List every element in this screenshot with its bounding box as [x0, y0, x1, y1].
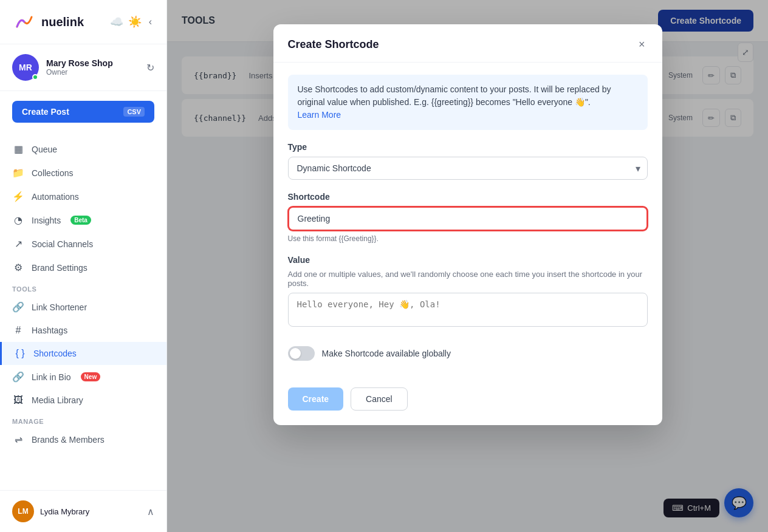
logo: nuelink: [12, 10, 84, 34]
value-textarea[interactable]: [288, 293, 648, 327]
link2-icon: 🔗: [12, 371, 24, 383]
user-role: Owner: [46, 68, 139, 77]
footer-avatar-img: LM: [18, 507, 28, 516]
modal-overlay[interactable]: Create Shortcode × Use Shortcodes to add…: [167, 0, 768, 532]
toggle-label: Make Shortcode available globally: [322, 349, 451, 358]
nav-section: ▦ Queue 📁 Collections ⚡ Automations ◔ In…: [0, 132, 166, 490]
user-name: Mary Rose Shop: [46, 58, 139, 68]
sidebar-footer: LM Lydia Mybrary ∧: [0, 490, 166, 532]
sidebar-header: nuelink ☁️ ☀️ ‹: [0, 0, 166, 44]
sidebar-item-brand-settings-label: Brand Settings: [32, 263, 87, 273]
zap-icon: ⚡: [12, 191, 24, 202]
csv-badge: CSV: [123, 107, 145, 117]
sidebar-item-link-shortener-label: Link Shortener: [32, 302, 87, 312]
shortcode-field-group: Shortcode Use this format {{Greeting}}.: [288, 192, 648, 243]
new-badge: New: [81, 372, 101, 381]
cloud-icon: ☁️: [110, 15, 123, 29]
online-indicator: [32, 74, 38, 80]
create-button[interactable]: Create: [288, 387, 344, 411]
sidebar-item-media-library-label: Media Library: [32, 395, 83, 405]
type-select[interactable]: Dynamic Shortcode Static Shortcode: [288, 157, 648, 180]
users-icon: ⇌: [12, 434, 24, 445]
logo-text: nuelink: [41, 15, 84, 29]
sidebar-item-shortcodes-label: Shortcodes: [33, 349, 77, 358]
share-icon: ↗: [12, 238, 24, 250]
sidebar-item-shortcodes[interactable]: { } Shortcodes: [0, 342, 166, 365]
link-icon: 🔗: [12, 301, 24, 313]
sidebar-item-insights-label: Insights: [32, 216, 61, 225]
main-content: TOOLS Create Shortcode {{brand}} Inserts…: [167, 0, 768, 532]
cancel-button[interactable]: Cancel: [351, 387, 408, 411]
folder-icon: 📁: [12, 167, 24, 179]
logo-icon: [12, 10, 36, 34]
insights-icon: ◔: [12, 214, 24, 226]
image-icon: 🖼: [12, 395, 24, 406]
sidebar-item-collections-label: Collections: [32, 168, 73, 178]
modal-body: Use Shortcodes to add custom/dynamic con…: [273, 63, 662, 378]
learn-more-link[interactable]: Learn More: [298, 110, 341, 120]
sidebar-item-automations-label: Automations: [32, 192, 79, 202]
global-toggle[interactable]: [288, 346, 315, 361]
beta-badge: Beta: [70, 216, 91, 225]
sidebar-item-hashtags-label: Hashtags: [32, 326, 67, 335]
sidebar-item-queue-label: Queue: [32, 145, 57, 154]
sidebar-item-link-in-bio-label: Link in Bio: [32, 372, 71, 382]
settings-icon: ⚙: [12, 262, 24, 273]
sidebar-item-link-in-bio[interactable]: 🔗 Link in Bio New: [0, 365, 166, 389]
footer-user-name: Lydia Mybrary: [40, 507, 89, 516]
sidebar-item-collections[interactable]: 📁 Collections: [0, 161, 166, 185]
sidebar-item-insights[interactable]: ◔ Insights Beta: [0, 208, 166, 232]
avatar: MR: [12, 54, 39, 81]
refresh-button[interactable]: ↻: [146, 62, 154, 73]
code-icon: { }: [14, 348, 26, 359]
calendar-icon: ▦: [12, 143, 24, 155]
create-post-button[interactable]: Create Post CSV: [12, 101, 154, 123]
value-label: Value: [288, 255, 648, 265]
value-field-group: Value Add one or multiple values, and we…: [288, 255, 648, 329]
sidebar-item-brand-settings[interactable]: ⚙ Brand Settings: [0, 256, 166, 279]
info-text: Use Shortcodes to add custom/dynamic con…: [298, 84, 611, 107]
format-hint: Use this format {{Greeting}}.: [288, 234, 648, 243]
modal-footer: Create Cancel: [273, 378, 662, 425]
footer-avatar: LM: [12, 500, 34, 522]
sidebar-item-media-library[interactable]: 🖼 Media Library: [0, 389, 166, 412]
shortcode-label: Shortcode: [288, 192, 648, 202]
footer-user: LM Lydia Mybrary: [12, 500, 89, 522]
sidebar: nuelink ☁️ ☀️ ‹ MR Mary Rose Shop Owner …: [0, 0, 167, 532]
modal-header: Create Shortcode ×: [273, 24, 662, 63]
modal-close-button[interactable]: ×: [636, 36, 648, 52]
hash-icon: #: [12, 325, 24, 336]
shortcode-input[interactable]: [288, 206, 648, 231]
sidebar-item-hashtags[interactable]: # Hashtags: [0, 319, 166, 342]
value-description: Add one or multiple values, and we'll ra…: [288, 270, 648, 288]
sidebar-item-automations[interactable]: ⚡ Automations: [0, 185, 166, 208]
create-shortcode-modal: Create Shortcode × Use Shortcodes to add…: [273, 24, 662, 425]
sidebar-item-social-channels-label: Social Channels: [32, 239, 93, 249]
user-section: MR Mary Rose Shop Owner ↻: [0, 44, 166, 91]
manage-section-label: MANAGE: [0, 412, 166, 428]
create-post-label: Create Post: [22, 107, 69, 117]
chevron-up-icon: ∧: [147, 506, 154, 517]
sun-icon: ☀️: [128, 15, 142, 29]
sidebar-item-brands-members[interactable]: ⇌ Brands & Members: [0, 428, 166, 451]
sidebar-item-queue[interactable]: ▦ Queue: [0, 137, 166, 161]
sidebar-item-link-shortener[interactable]: 🔗 Link Shortener: [0, 295, 166, 319]
type-field-group: Type Dynamic Shortcode Static Shortcode …: [288, 142, 648, 180]
tools-section-label: TOOLS: [0, 279, 166, 295]
avatar-initials: MR: [19, 63, 32, 72]
sidebar-item-social-channels[interactable]: ↗ Social Channels: [0, 232, 166, 256]
modal-title: Create Shortcode: [288, 38, 379, 51]
sidebar-item-brands-members-label: Brands & Members: [32, 435, 105, 445]
type-label: Type: [288, 142, 648, 152]
toggle-row: Make Shortcode available globally: [288, 341, 648, 366]
info-box: Use Shortcodes to add custom/dynamic con…: [288, 75, 648, 130]
type-select-wrapper: Dynamic Shortcode Static Shortcode ▾: [288, 157, 648, 180]
collapse-sidebar-button[interactable]: ‹: [146, 14, 154, 30]
user-info: Mary Rose Shop Owner: [46, 58, 139, 77]
header-icons: ☁️ ☀️ ‹: [110, 14, 154, 30]
